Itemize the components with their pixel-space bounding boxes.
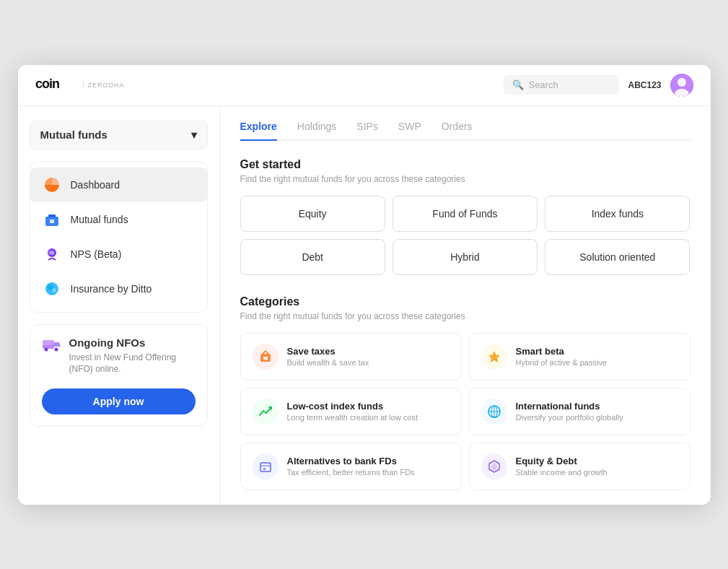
alt-fd-icon	[253, 453, 279, 479]
categories-grid: Save taxes Build wealth & save tax Smart…	[240, 333, 690, 490]
logo-zerodha-text: ZERODHA	[83, 82, 125, 89]
fund-type-solution[interactable]: Solution oriented	[545, 239, 690, 275]
fund-type-index[interactable]: Index funds	[545, 196, 690, 232]
svg-text:coin: coin	[35, 77, 59, 91]
alt-fd-name: Alternatives to bank FDs	[287, 456, 415, 466]
fund-types-grid: Equity Fund of Funds Index funds Debt Hy…	[240, 196, 690, 275]
smart-beta-name: Smart beta	[516, 346, 608, 357]
alt-fd-info: Alternatives to bank FDs Tax efficient, …	[287, 456, 415, 477]
low-cost-name: Low-cost index funds	[287, 401, 418, 412]
save-taxes-name: Save taxes	[287, 346, 369, 357]
chevron-down-icon: ▾	[191, 129, 197, 142]
category-save-taxes[interactable]: Save taxes Build wealth & save tax	[240, 333, 462, 381]
dashboard-icon	[42, 175, 62, 195]
sidebar: Mutual funds ▾ Dashboard	[18, 106, 220, 505]
svg-rect-6	[48, 214, 56, 217]
low-cost-desc: Long term wealth creation at low cost	[287, 413, 418, 422]
get-started-section: Get started Find the right mutual funds …	[240, 158, 690, 275]
svg-rect-7	[50, 220, 54, 223]
search-bar[interactable]: 🔍 Search	[504, 75, 619, 95]
category-equity-debt[interactable]: Equity & Debt Stable income and growth	[469, 443, 690, 490]
get-started-subtitle: Find the right mutual funds for you acro…	[240, 174, 690, 184]
save-taxes-desc: Build wealth & save tax	[287, 358, 369, 367]
apply-now-button[interactable]: Apply now	[42, 388, 196, 414]
categories-section: Categories Find the right mutual funds f…	[240, 295, 690, 490]
logo-coin-text: coin	[35, 75, 79, 95]
search-icon: 🔍	[512, 79, 524, 90]
nfo-header: Ongoing NFOs Invest in New Fund Offering…	[42, 336, 196, 376]
content-area: Explore Holdings SIPs SWP Orders Get sta…	[220, 106, 711, 505]
nps-icon	[42, 244, 62, 264]
nfo-card: Ongoing NFOs Invest in New Fund Offering…	[30, 324, 208, 427]
alt-fd-desc: Tax efficient, better returns than FDs	[287, 468, 415, 477]
smart-beta-info: Smart beta Hybrid of active & passive	[516, 346, 608, 367]
equity-debt-info: Equity & Debt Stable income and growth	[516, 456, 608, 477]
svg-rect-25	[260, 463, 271, 472]
insurance-icon	[42, 279, 62, 299]
fund-type-debt[interactable]: Debt	[240, 239, 385, 275]
svg-marker-20	[488, 351, 500, 362]
sidebar-item-insurance[interactable]: Insurance by Ditto	[30, 272, 207, 306]
mutual-funds-dropdown[interactable]: Mutual funds ▾	[30, 121, 208, 149]
low-cost-icon	[253, 399, 279, 425]
tab-swp[interactable]: SWP	[398, 121, 421, 141]
svg-point-2	[677, 78, 686, 87]
nfo-title: Ongoing NFOs	[69, 336, 196, 349]
fund-type-hybrid[interactable]: Hybrid	[392, 239, 538, 275]
svg-rect-17	[43, 340, 54, 345]
international-name: International funds	[516, 401, 623, 412]
search-placeholder: Search	[528, 79, 558, 90]
sidebar-item-mutual-funds[interactable]: Mutual funds	[30, 202, 207, 237]
header-right: 🔍 Search ABC123	[504, 74, 693, 97]
equity-debt-icon	[481, 453, 507, 479]
international-desc: Diversify your portfolio globally	[516, 413, 623, 422]
svg-rect-19	[263, 357, 268, 360]
mutual-funds-icon	[42, 209, 62, 230]
category-alt-fd[interactable]: Alternatives to bank FDs Tax efficient, …	[240, 443, 462, 490]
categories-subtitle: Find the right mutual funds for you acro…	[240, 311, 690, 321]
sidebar-item-dashboard[interactable]: Dashboard	[30, 168, 207, 202]
nfo-truck-icon	[42, 336, 62, 357]
low-cost-info: Low-cost index funds Long term wealth cr…	[287, 401, 418, 422]
tab-orders[interactable]: Orders	[442, 121, 473, 141]
dropdown-label: Mutual funds	[40, 129, 108, 141]
category-low-cost-index[interactable]: Low-cost index funds Long term wealth cr…	[240, 388, 462, 435]
fund-type-fof[interactable]: Fund of Funds	[392, 196, 538, 232]
equity-debt-name: Equity & Debt	[516, 456, 608, 466]
sidebar-item-dashboard-label: Dashboard	[71, 179, 120, 191]
smart-beta-desc: Hybrid of active & passive	[516, 358, 608, 367]
sidebar-item-insurance-label: Insurance by Ditto	[71, 283, 152, 295]
svg-rect-26	[263, 468, 266, 470]
category-smart-beta[interactable]: Smart beta Hybrid of active & passive	[469, 333, 690, 381]
avatar	[670, 74, 693, 97]
international-icon	[481, 399, 507, 425]
user-badge: ABC123	[628, 80, 661, 90]
tab-explore[interactable]: Explore	[240, 121, 277, 141]
svg-point-13	[52, 288, 56, 292]
international-info: International funds Diversify your portf…	[516, 401, 623, 422]
save-taxes-info: Save taxes Build wealth & save tax	[287, 346, 369, 367]
sidebar-item-mutual-funds-label: Mutual funds	[71, 214, 128, 225]
tab-holdings[interactable]: Holdings	[297, 121, 336, 141]
sidebar-item-nps[interactable]: NPS (Beta)	[30, 237, 207, 272]
get-started-title: Get started	[240, 158, 690, 171]
main-layout: Mutual funds ▾ Dashboard	[18, 106, 711, 505]
category-international[interactable]: International funds Diversify your portf…	[469, 388, 690, 435]
nav-card: Dashboard Mutual funds	[30, 161, 208, 313]
save-taxes-icon	[253, 344, 279, 370]
categories-title: Categories	[240, 295, 690, 308]
tabs: Explore Holdings SIPs SWP Orders	[240, 121, 690, 141]
fund-type-equity[interactable]: Equity	[240, 196, 385, 232]
tab-sips[interactable]: SIPs	[356, 121, 378, 141]
logo: coin ZERODHA	[35, 75, 125, 95]
equity-debt-desc: Stable income and growth	[516, 468, 608, 477]
header: coin ZERODHA 🔍 Search ABC123	[18, 65, 711, 106]
nfo-description: Invest in New Fund Offering (NFO) online…	[69, 352, 196, 376]
sidebar-item-nps-label: NPS (Beta)	[71, 248, 122, 260]
smart-beta-icon	[481, 344, 507, 370]
svg-point-10	[48, 251, 51, 255]
svg-point-15	[44, 347, 48, 351]
svg-point-16	[54, 347, 58, 351]
